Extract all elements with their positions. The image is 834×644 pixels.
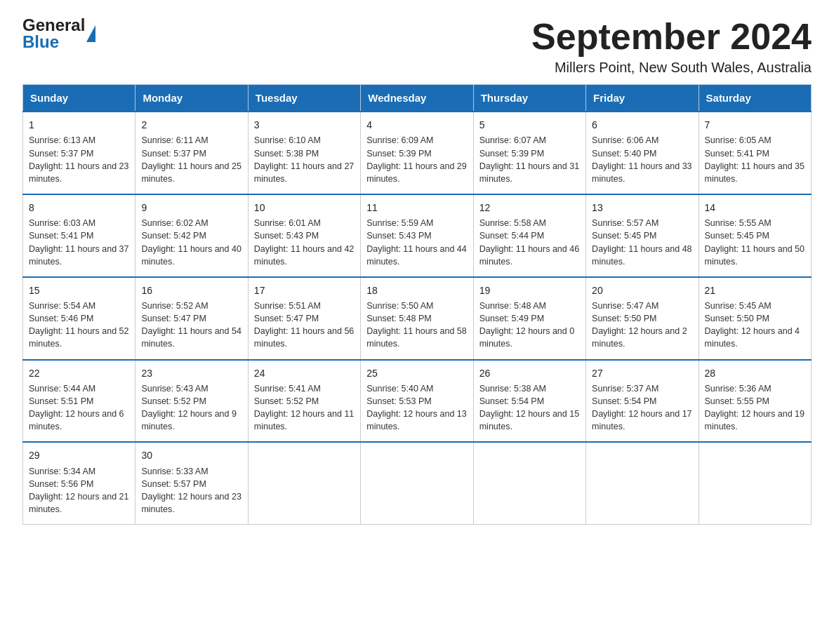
day-number: 1 bbox=[29, 118, 129, 132]
calendar-cell: 9Sunrise: 6:02 AMSunset: 5:42 PMDaylight… bbox=[135, 194, 248, 277]
calendar-cell: 20Sunrise: 5:47 AMSunset: 5:50 PMDayligh… bbox=[586, 277, 699, 360]
calendar-cell: 6Sunrise: 6:06 AMSunset: 5:40 PMDaylight… bbox=[586, 112, 699, 194]
weekday-header-saturday: Saturday bbox=[699, 85, 811, 112]
day-info: Sunrise: 5:52 AMSunset: 5:47 PMDaylight:… bbox=[141, 300, 241, 351]
day-number: 11 bbox=[366, 201, 467, 215]
calendar-week-row: 1Sunrise: 6:13 AMSunset: 5:37 PMDaylight… bbox=[23, 112, 812, 194]
calendar-cell: 27Sunrise: 5:37 AMSunset: 5:54 PMDayligh… bbox=[586, 360, 699, 443]
day-info: Sunrise: 5:38 AMSunset: 5:54 PMDaylight:… bbox=[479, 382, 580, 434]
calendar-cell: 18Sunrise: 5:50 AMSunset: 5:48 PMDayligh… bbox=[361, 277, 473, 360]
day-info: Sunrise: 5:47 AMSunset: 5:50 PMDaylight:… bbox=[592, 300, 692, 351]
calendar-cell: 22Sunrise: 5:44 AMSunset: 5:51 PMDayligh… bbox=[23, 360, 135, 443]
day-number: 7 bbox=[705, 118, 805, 132]
calendar-cell: 14Sunrise: 5:55 AMSunset: 5:45 PMDayligh… bbox=[699, 194, 811, 277]
location-subtitle: Millers Point, New South Wales, Australi… bbox=[531, 60, 812, 76]
calendar-cell: 21Sunrise: 5:45 AMSunset: 5:50 PMDayligh… bbox=[699, 277, 811, 360]
weekday-header-monday: Monday bbox=[135, 85, 248, 112]
calendar-cell: 28Sunrise: 5:36 AMSunset: 5:55 PMDayligh… bbox=[699, 360, 811, 443]
day-number: 6 bbox=[592, 118, 692, 132]
day-info: Sunrise: 5:58 AMSunset: 5:44 PMDaylight:… bbox=[479, 217, 580, 268]
day-number: 19 bbox=[479, 283, 580, 297]
day-info: Sunrise: 5:45 AMSunset: 5:50 PMDaylight:… bbox=[705, 300, 805, 351]
day-info: Sunrise: 5:50 AMSunset: 5:48 PMDaylight:… bbox=[366, 300, 467, 351]
day-number: 23 bbox=[141, 366, 241, 380]
calendar-cell: 1Sunrise: 6:13 AMSunset: 5:37 PMDaylight… bbox=[23, 112, 135, 194]
logo-text-block: General Blue bbox=[22, 17, 85, 51]
day-number: 28 bbox=[705, 366, 805, 380]
day-number: 24 bbox=[254, 366, 355, 380]
calendar-cell: 7Sunrise: 6:05 AMSunset: 5:41 PMDaylight… bbox=[699, 112, 811, 194]
day-info: Sunrise: 6:11 AMSunset: 5:37 PMDaylight:… bbox=[141, 134, 241, 185]
calendar-cell: 17Sunrise: 5:51 AMSunset: 5:47 PMDayligh… bbox=[248, 277, 360, 360]
day-number: 30 bbox=[141, 448, 241, 462]
calendar-cell: 30Sunrise: 5:33 AMSunset: 5:57 PMDayligh… bbox=[135, 442, 248, 524]
weekday-header-thursday: Thursday bbox=[473, 85, 585, 112]
day-number: 25 bbox=[366, 366, 467, 380]
day-info: Sunrise: 6:03 AMSunset: 5:41 PMDaylight:… bbox=[29, 217, 129, 268]
weekday-header-tuesday: Tuesday bbox=[248, 85, 360, 112]
calendar-cell: 2Sunrise: 6:11 AMSunset: 5:37 PMDaylight… bbox=[135, 112, 248, 194]
day-number: 29 bbox=[29, 448, 129, 462]
day-number: 4 bbox=[366, 118, 467, 132]
logo: General Blue bbox=[22, 17, 95, 51]
calendar-cell bbox=[248, 442, 360, 524]
calendar-week-row: 8Sunrise: 6:03 AMSunset: 5:41 PMDaylight… bbox=[23, 194, 812, 277]
calendar-cell: 5Sunrise: 6:07 AMSunset: 5:39 PMDaylight… bbox=[473, 112, 585, 194]
day-info: Sunrise: 5:41 AMSunset: 5:52 PMDaylight:… bbox=[254, 382, 355, 434]
day-number: 21 bbox=[705, 283, 805, 297]
day-info: Sunrise: 6:01 AMSunset: 5:43 PMDaylight:… bbox=[254, 217, 355, 268]
day-info: Sunrise: 5:55 AMSunset: 5:45 PMDaylight:… bbox=[705, 217, 805, 268]
logo-line: General Blue bbox=[22, 17, 95, 51]
calendar-cell: 26Sunrise: 5:38 AMSunset: 5:54 PMDayligh… bbox=[473, 360, 585, 443]
calendar-cell: 8Sunrise: 6:03 AMSunset: 5:41 PMDaylight… bbox=[23, 194, 135, 277]
calendar-cell: 10Sunrise: 6:01 AMSunset: 5:43 PMDayligh… bbox=[248, 194, 360, 277]
calendar-table: SundayMondayTuesdayWednesdayThursdayFrid… bbox=[22, 84, 812, 525]
day-info: Sunrise: 5:57 AMSunset: 5:45 PMDaylight:… bbox=[592, 217, 692, 268]
logo-blue: Blue bbox=[22, 34, 85, 51]
month-title: September 2024 bbox=[531, 17, 812, 57]
day-info: Sunrise: 5:43 AMSunset: 5:52 PMDaylight:… bbox=[141, 382, 241, 434]
day-info: Sunrise: 6:02 AMSunset: 5:42 PMDaylight:… bbox=[141, 217, 241, 268]
day-number: 13 bbox=[592, 201, 692, 215]
day-number: 17 bbox=[254, 283, 355, 297]
day-number: 8 bbox=[29, 201, 129, 215]
calendar-cell bbox=[473, 442, 585, 524]
day-number: 16 bbox=[141, 283, 241, 297]
day-number: 26 bbox=[479, 366, 580, 380]
day-info: Sunrise: 6:10 AMSunset: 5:38 PMDaylight:… bbox=[254, 134, 355, 185]
calendar-cell: 15Sunrise: 5:54 AMSunset: 5:46 PMDayligh… bbox=[23, 277, 135, 360]
day-info: Sunrise: 5:33 AMSunset: 5:57 PMDaylight:… bbox=[141, 465, 241, 516]
day-number: 2 bbox=[141, 118, 241, 132]
calendar-week-row: 29Sunrise: 5:34 AMSunset: 5:56 PMDayligh… bbox=[23, 442, 812, 524]
calendar-cell: 29Sunrise: 5:34 AMSunset: 5:56 PMDayligh… bbox=[23, 442, 135, 524]
day-number: 10 bbox=[254, 201, 355, 215]
day-info: Sunrise: 5:44 AMSunset: 5:51 PMDaylight:… bbox=[29, 382, 129, 434]
day-number: 22 bbox=[29, 366, 129, 380]
day-info: Sunrise: 6:06 AMSunset: 5:40 PMDaylight:… bbox=[592, 134, 692, 185]
day-info: Sunrise: 5:51 AMSunset: 5:47 PMDaylight:… bbox=[254, 300, 355, 351]
day-info: Sunrise: 6:05 AMSunset: 5:41 PMDaylight:… bbox=[705, 134, 805, 185]
calendar-cell: 24Sunrise: 5:41 AMSunset: 5:52 PMDayligh… bbox=[248, 360, 360, 443]
weekday-header-wednesday: Wednesday bbox=[361, 85, 473, 112]
day-info: Sunrise: 6:07 AMSunset: 5:39 PMDaylight:… bbox=[479, 134, 580, 185]
calendar-week-row: 15Sunrise: 5:54 AMSunset: 5:46 PMDayligh… bbox=[23, 277, 812, 360]
calendar-cell: 3Sunrise: 6:10 AMSunset: 5:38 PMDaylight… bbox=[248, 112, 360, 194]
day-number: 27 bbox=[592, 366, 692, 380]
calendar-cell bbox=[361, 442, 473, 524]
logo-triangle-icon bbox=[86, 25, 95, 42]
day-info: Sunrise: 5:40 AMSunset: 5:53 PMDaylight:… bbox=[366, 382, 467, 434]
day-info: Sunrise: 6:13 AMSunset: 5:37 PMDaylight:… bbox=[29, 134, 129, 185]
day-number: 9 bbox=[141, 201, 241, 215]
day-number: 12 bbox=[479, 201, 580, 215]
day-number: 18 bbox=[366, 283, 467, 297]
day-info: Sunrise: 5:48 AMSunset: 5:49 PMDaylight:… bbox=[479, 300, 580, 351]
title-block: September 2024 Millers Point, New South … bbox=[531, 17, 812, 76]
calendar-week-row: 22Sunrise: 5:44 AMSunset: 5:51 PMDayligh… bbox=[23, 360, 812, 443]
calendar-cell bbox=[699, 442, 811, 524]
weekday-header-sunday: Sunday bbox=[23, 85, 135, 112]
weekday-header-friday: Friday bbox=[586, 85, 699, 112]
day-info: Sunrise: 5:54 AMSunset: 5:46 PMDaylight:… bbox=[29, 300, 129, 351]
day-number: 15 bbox=[29, 283, 129, 297]
calendar-cell bbox=[586, 442, 699, 524]
day-info: Sunrise: 5:36 AMSunset: 5:55 PMDaylight:… bbox=[705, 382, 805, 434]
